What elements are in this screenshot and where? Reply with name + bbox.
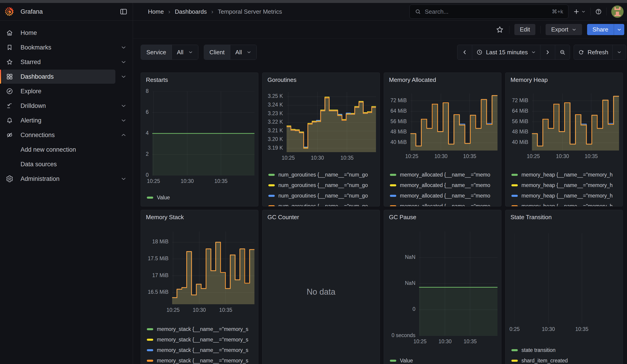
client-variable-picker[interactable]: Client All xyxy=(204,45,257,60)
legend-item[interactable]: memory_stack {__name__="memory_s xyxy=(147,347,258,353)
share-dropdown-button[interactable] xyxy=(614,24,624,35)
chevron-down-icon[interactable] xyxy=(120,73,127,80)
x-axis-tick-label: 10:25 xyxy=(413,338,427,345)
legend-color-swatch xyxy=(268,184,275,186)
zoom-out-button[interactable] xyxy=(555,45,570,59)
chart-plot[interactable]: 86420 xyxy=(141,92,258,175)
chevron-up-icon[interactable] xyxy=(120,132,127,138)
legend-item[interactable]: memory_stack {__name__="memory_s xyxy=(147,326,258,332)
legend-item[interactable]: memory_heap {__name__="memory_h xyxy=(511,171,623,178)
panel-title[interactable]: Restarts xyxy=(141,73,258,84)
legend-item[interactable]: num_goroutines {__name__="num_go xyxy=(268,193,380,199)
panel-title[interactable]: State Transition xyxy=(506,210,623,221)
search-input[interactable] xyxy=(425,8,548,15)
legend-item[interactable]: Value xyxy=(147,194,258,201)
legend-item[interactable]: memory_allocated {__name__="memo xyxy=(390,203,501,206)
legend-item[interactable]: memory_heap {__name__="memory_h xyxy=(511,193,623,199)
chart-plot[interactable]: 3.25 K3.24 K3.23 K3.22 K3.21 K3.20 K3.19… xyxy=(262,92,380,152)
legend-label: memory_stack {__name__="memory_s xyxy=(157,347,248,353)
chart-plot[interactable]: 72 MiB64 MiB56 MiB48 MiB40 MiB xyxy=(384,94,501,151)
breadcrumb-dashboards[interactable]: Dashboards xyxy=(175,8,207,15)
legend-item[interactable]: num_goroutines {__name__="num_go xyxy=(268,171,380,178)
add-new-button[interactable] xyxy=(573,8,586,15)
search-box[interactable]: ⌘+k xyxy=(410,4,568,19)
panel-gc-pause: GC PauseNaNNaN00 seconds10:2510:3010:35V… xyxy=(384,210,501,364)
export-button[interactable]: Export xyxy=(546,24,582,35)
search-shortcut: ⌘+k xyxy=(552,8,563,15)
chevron-down-icon xyxy=(581,9,586,14)
legend-item[interactable]: state transition xyxy=(511,347,623,353)
sidebar-item-starred[interactable]: Starred xyxy=(0,55,133,69)
x-axis: 10:2510:3010:35 xyxy=(262,154,380,163)
panel-title[interactable]: Goroutines xyxy=(262,73,380,84)
sidebar-item-alerting[interactable]: Alerting xyxy=(0,113,133,128)
chevron-down-icon xyxy=(531,50,536,55)
panel-title[interactable]: GC Pause xyxy=(384,210,501,221)
edit-button[interactable]: Edit xyxy=(514,24,536,35)
panel-title[interactable]: Memory Allocated xyxy=(384,73,501,84)
breadcrumb: Home › Dashboards › Temporal Server Metr… xyxy=(148,8,282,15)
panel-legend: Value xyxy=(141,193,258,206)
legend-item[interactable]: memory_stack {__name__="memory_s xyxy=(147,357,258,364)
dashboard-toolbar: Edit Export Share xyxy=(133,20,627,39)
chevron-down-icon[interactable] xyxy=(120,117,127,124)
sidebar-item-connections[interactable]: Connections xyxy=(0,128,133,142)
chevron-down-icon[interactable] xyxy=(120,103,127,109)
no-data-message: No data xyxy=(262,221,380,364)
legend-item[interactable]: memory_stack {__name__="memory_s xyxy=(147,336,258,343)
refresh-button[interactable]: Refresh xyxy=(574,45,613,59)
sidebar-item-bookmarks[interactable]: Bookmarks xyxy=(0,40,133,55)
chevron-down-icon[interactable] xyxy=(120,59,127,65)
sidebar-item-add-new-connection[interactable]: Add new connection xyxy=(0,142,133,157)
time-controls: Last 15 minutes Refresh xyxy=(457,45,626,60)
client-variable-value[interactable]: All xyxy=(230,45,257,59)
sidebar-item-administration[interactable]: Administration xyxy=(0,171,133,186)
legend-item[interactable]: memory_allocated {__name__="memo xyxy=(390,171,501,178)
sidebar-collapse-icon[interactable] xyxy=(119,7,128,16)
refresh-icon xyxy=(578,49,584,55)
sidebar-item-home[interactable]: Home xyxy=(0,26,133,40)
sidebar-item-drilldown[interactable]: Drilldown xyxy=(0,99,133,113)
active-item-highlight xyxy=(2,70,115,84)
legend-item[interactable]: num_goroutines {__name__="num_go xyxy=(268,182,380,188)
time-range-picker[interactable]: Last 15 minutes xyxy=(472,45,540,59)
chevron-down-icon[interactable] xyxy=(120,176,127,182)
legend-item[interactable]: memory_allocated {__name__="memo xyxy=(390,193,501,199)
legend-item[interactable]: num_goroutines {__name__="num_go xyxy=(268,203,380,206)
sidebar-item-explore[interactable]: Explore xyxy=(0,84,133,99)
time-forward-button[interactable] xyxy=(540,45,555,59)
service-variable-picker[interactable]: Service All xyxy=(141,45,198,60)
legend-item[interactable]: Value xyxy=(390,357,501,364)
variables-row: Service All Client All xyxy=(141,45,627,60)
panel-legend: Value xyxy=(384,356,501,364)
share-button[interactable]: Share xyxy=(587,24,614,35)
chart-region: 18 MiB17.5 MiB17 MiB16.5 MiB10:2510:3010… xyxy=(141,221,258,324)
legend-color-swatch xyxy=(147,360,153,362)
search-icon xyxy=(415,8,421,15)
x-axis-tick-label: 10:25 xyxy=(166,307,180,313)
legend-item[interactable]: memory_allocated {__name__="memo xyxy=(390,182,501,188)
user-avatar-button[interactable] xyxy=(611,5,624,18)
legend-label: num_goroutines {__name__="num_go xyxy=(278,182,368,188)
legend-item[interactable]: memory_heap {__name__="memory_h xyxy=(511,203,623,206)
sidebar-item-dashboards[interactable]: Dashboards xyxy=(0,69,133,84)
y-axis-tick-label: 3.20 K xyxy=(262,136,283,142)
time-back-button[interactable] xyxy=(457,45,472,59)
panel-title[interactable]: Memory Stack xyxy=(141,210,258,221)
panel-title[interactable]: GC Counter xyxy=(262,210,380,221)
sidebar-item-data-sources[interactable]: Data sources xyxy=(0,157,133,171)
breadcrumb-home[interactable]: Home xyxy=(148,8,164,15)
legend-item[interactable]: shard_item_created xyxy=(511,357,623,364)
chevron-down-icon[interactable] xyxy=(120,44,127,51)
grafana-logo[interactable] xyxy=(4,6,15,17)
chart-plot[interactable]: 72 MiB64 MiB56 MiB48 MiB40 MiB xyxy=(506,94,623,151)
chart-plot[interactable]: NaNNaN00 seconds xyxy=(384,231,501,336)
chart-plot[interactable]: 18 MiB17.5 MiB17 MiB16.5 MiB xyxy=(141,231,258,304)
chart-plot[interactable] xyxy=(506,233,623,323)
service-variable-value[interactable]: All xyxy=(172,45,198,59)
help-button[interactable] xyxy=(595,8,602,15)
refresh-interval-button[interactable] xyxy=(613,45,626,59)
favorite-star-button[interactable] xyxy=(495,25,504,34)
legend-item[interactable]: memory_heap {__name__="memory_h xyxy=(511,182,623,188)
panel-title[interactable]: Memory Heap xyxy=(506,73,623,84)
